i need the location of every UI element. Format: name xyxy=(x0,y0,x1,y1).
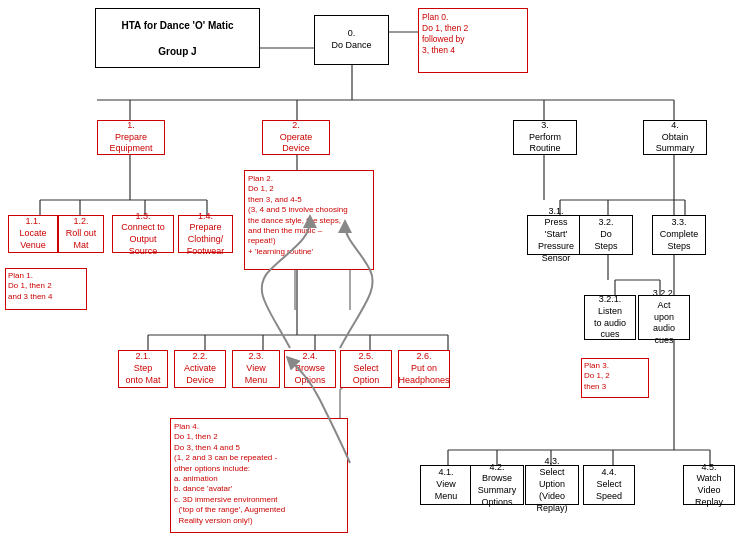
plan-4-text: Plan 4.Do 1, then 2Do 3, then 4 and 5(1,… xyxy=(174,422,285,526)
plan-3-box: Plan 3.Do 1, 2then 3 xyxy=(581,358,649,398)
node-2-5: 2.5.SelectOption xyxy=(340,350,392,388)
plan-0-box: Plan 0.Do 1, then 2followed by3, then 4 xyxy=(418,8,528,73)
node-2-2-text: 2.2.ActivateDevice xyxy=(184,351,216,386)
title-box: HTA for Dance 'O' MaticGroup J xyxy=(95,8,260,68)
plan-1-text: Plan 1.Do 1, then 2and 3 then 4 xyxy=(8,271,52,302)
plan-0-text: Plan 0.Do 1, then 2followed by3, then 4 xyxy=(422,12,468,56)
node-2-2: 2.2.ActivateDevice xyxy=(174,350,226,388)
node-2-3-text: 2.3.ViewMenu xyxy=(245,351,268,386)
node-3-3-text: 3.3.CompleteSteps xyxy=(660,217,699,252)
node-2-1: 2.1.Steponto Mat xyxy=(118,350,168,388)
node-1-text: 1.PrepareEquipment xyxy=(109,120,152,155)
node-4-5: 4.5.WatchVideoReplay xyxy=(683,465,735,505)
plan-4-box: Plan 4.Do 1, then 2Do 3, then 4 and 5(1,… xyxy=(170,418,348,533)
node-3-1-text: 3.1.Press'Start'PressureSensor xyxy=(538,206,574,264)
diagram: HTA for Dance 'O' MaticGroup J 0.Do Danc… xyxy=(0,0,737,552)
node-4-2-text: 4.2.BrowseSummaryOptions xyxy=(478,462,517,509)
node-4-3-text: 4.3.SelectUption(VideoReplay) xyxy=(536,456,567,514)
node-4-5-text: 4.5.WatchVideoReplay xyxy=(695,462,723,509)
node-2-1-text: 2.1.Steponto Mat xyxy=(125,351,160,386)
node-0: 0.Do Dance xyxy=(314,15,389,65)
node-1-2-text: 1.2.Roll outMat xyxy=(66,216,97,251)
node-3: 3.PerformRoutine xyxy=(513,120,577,155)
node-4-1: 4.1.ViewMenu xyxy=(420,465,472,505)
node-2-6: 2.6.Put onHeadphones xyxy=(398,350,450,388)
node-4-1-text: 4.1.ViewMenu xyxy=(435,467,458,502)
node-2: 2.OperateDevice xyxy=(262,120,330,155)
node-4-2: 4.2.BrowseSummaryOptions xyxy=(470,465,524,505)
node-1-4-text: 1.4.PrepareClothing/Footwear xyxy=(187,211,225,258)
node-1-3: 1.3.Connect toOutput Source xyxy=(112,215,174,253)
node-3-2: 3.2.DoSteps xyxy=(579,215,633,255)
plan-3-text: Plan 3.Do 1, 2then 3 xyxy=(584,361,610,392)
node-3-2-text: 3.2.DoSteps xyxy=(594,217,617,252)
node-2-5-text: 2.5.SelectOption xyxy=(353,351,380,386)
node-1-1-text: 1.1.LocateVenue xyxy=(19,216,46,251)
node-3-2-1: 3.2.1.Listento audiocues xyxy=(584,295,636,340)
node-2-6-text: 2.6.Put onHeadphones xyxy=(398,351,449,386)
node-3-1: 3.1.Press'Start'PressureSensor xyxy=(527,215,585,255)
node-2-4: 2.4.BrowseOptions xyxy=(284,350,336,388)
node-3-2-2-text: 3.2.2.Actuponaudiocues xyxy=(653,288,676,346)
plan-1-box: Plan 1.Do 1, then 2and 3 then 4 xyxy=(5,268,87,310)
node-1-1: 1.1.LocateVenue xyxy=(8,215,58,253)
node-4-4-text: 4.4.SelectSpeed xyxy=(596,467,622,502)
node-3-2-1-text: 3.2.1.Listento audiocues xyxy=(594,294,626,341)
node-1-3-text: 1.3.Connect toOutput Source xyxy=(115,211,171,258)
node-1-2: 1.2.Roll outMat xyxy=(58,215,104,253)
node-2-4-text: 2.4.BrowseOptions xyxy=(294,351,325,386)
node-1: 1.PrepareEquipment xyxy=(97,120,165,155)
title-text: HTA for Dance 'O' MaticGroup J xyxy=(122,19,234,58)
node-2-text: 2.OperateDevice xyxy=(280,120,313,155)
node-3-2-2: 3.2.2.Actuponaudiocues xyxy=(638,295,690,340)
node-2-3: 2.3.ViewMenu xyxy=(232,350,280,388)
node-4-text: 4.ObtainSummary xyxy=(656,120,695,155)
node-1-4: 1.4.PrepareClothing/Footwear xyxy=(178,215,233,253)
plan-2-box: Plan 2.Do 1, 2then 3, and 4-5(3, 4 and 5… xyxy=(244,170,374,270)
node-4-4: 4.4.SelectSpeed xyxy=(583,465,635,505)
node-3-text: 3.PerformRoutine xyxy=(529,120,561,155)
plan-2-text: Plan 2.Do 1, 2then 3, and 4-5(3, 4 and 5… xyxy=(248,174,348,257)
node-4: 4.ObtainSummary xyxy=(643,120,707,155)
node-0-text: 0.Do Dance xyxy=(331,28,371,51)
node-3-3: 3.3.CompleteSteps xyxy=(652,215,706,255)
node-4-3: 4.3.SelectUption(VideoReplay) xyxy=(525,465,579,505)
